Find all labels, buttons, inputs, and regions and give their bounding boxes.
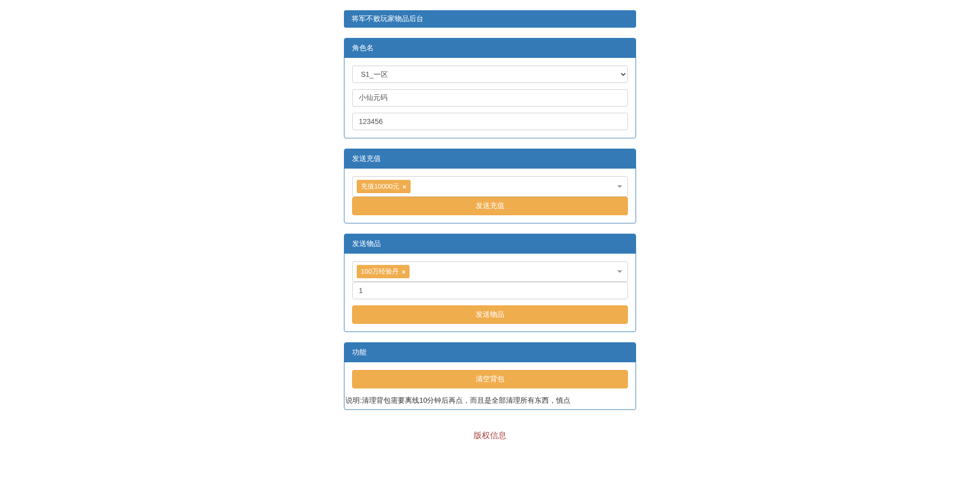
copyright-text: 版权信息 [474, 431, 506, 440]
close-icon[interactable]: × [402, 268, 406, 276]
role-id-input[interactable] [352, 113, 628, 130]
item-panel: 发送物品 100万经验丹 × 发送物品 [344, 234, 636, 332]
item-panel-body: 100万经验丹 × 发送物品 [344, 254, 636, 332]
function-panel: 功能 清空背包 说明:清理背包需要离线10分钟后再点，而且是全部清理所有东西，慎… [344, 342, 636, 410]
function-panel-body: 清空背包 [344, 362, 636, 396]
send-recharge-button[interactable]: 发送充值 [352, 197, 628, 215]
recharge-panel-title: 发送充值 [352, 154, 381, 162]
item-panel-title: 发送物品 [352, 239, 381, 248]
clear-bag-button[interactable]: 清空背包 [352, 370, 628, 388]
recharge-tag-label: 充值10000元 [361, 182, 399, 191]
function-note: 说明:清理背包需要离线10分钟后再点，而且是全部清理所有东西，慎点 [344, 396, 636, 409]
item-panel-heading: 发送物品 [344, 234, 636, 254]
role-panel-title: 角色名 [352, 44, 374, 52]
role-panel: 角色名 S1_一区 [344, 38, 636, 138]
recharge-panel-heading: 发送充值 [344, 149, 636, 169]
server-select[interactable]: S1_一区 [352, 66, 628, 83]
recharge-panel-body: 充值10000元 × 发送充值 [344, 169, 636, 223]
recharge-tag: 充值10000元 × [357, 180, 411, 193]
item-tag: 100万经验丹 × [357, 265, 410, 278]
function-panel-heading: 功能 [344, 343, 636, 362]
close-icon[interactable]: × [402, 183, 406, 191]
item-tag-label: 100万经验丹 [361, 267, 399, 276]
recharge-panel: 发送充值 充值10000元 × 发送充值 [344, 149, 636, 223]
chevron-down-icon[interactable] [617, 185, 622, 188]
item-multiselect[interactable]: 100万经验丹 × [352, 261, 628, 282]
role-panel-body: S1_一区 [344, 58, 636, 138]
page-title: 将军不败玩家物品后台 [352, 14, 423, 23]
quantity-input[interactable] [352, 282, 628, 299]
role-panel-heading: 角色名 [344, 38, 636, 58]
role-name-input[interactable] [352, 89, 628, 107]
page-title-bar: 将军不败玩家物品后台 [344, 10, 636, 28]
recharge-multiselect[interactable]: 充值10000元 × [352, 176, 628, 197]
send-item-button[interactable]: 发送物品 [352, 305, 628, 324]
footer: 版权信息 [344, 425, 636, 446]
chevron-down-icon[interactable] [617, 271, 622, 273]
function-panel-title: 功能 [352, 348, 366, 356]
